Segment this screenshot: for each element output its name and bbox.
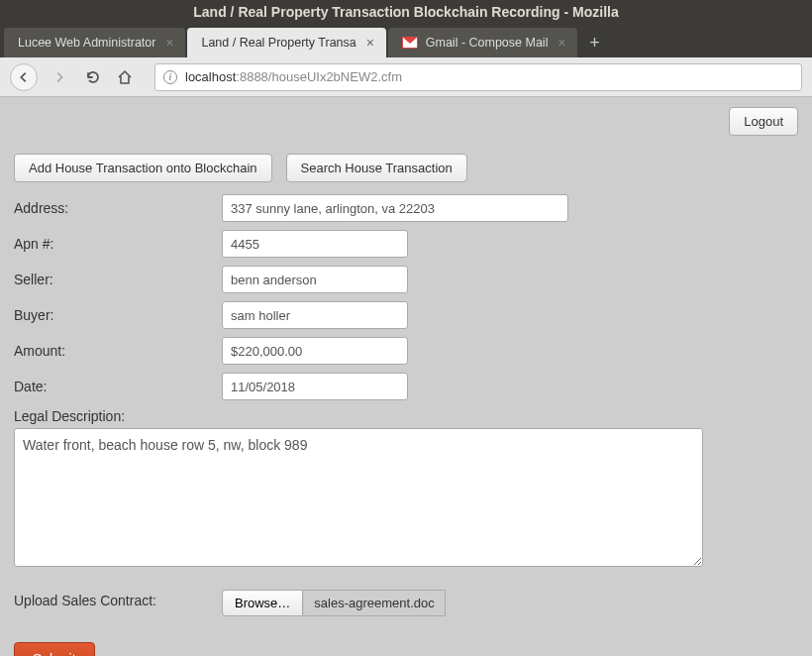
tab-label: Lucee Web Administrator — [18, 36, 155, 50]
submit-button[interactable]: Submit — [14, 642, 95, 656]
info-icon[interactable]: i — [163, 70, 177, 84]
selected-file-name: sales-agreement.doc — [303, 590, 445, 616]
seller-label: Seller: — [14, 272, 222, 287]
amount-input[interactable] — [222, 337, 408, 365]
reload-button[interactable] — [81, 65, 105, 89]
close-icon[interactable]: × — [554, 35, 569, 51]
window-titlebar: Land / Real Property Transaction Blockch… — [0, 0, 812, 24]
url-port: :8888 — [236, 69, 268, 84]
gmail-icon — [402, 35, 418, 51]
logout-button[interactable]: Logout — [729, 107, 798, 136]
tab-land-property[interactable]: Land / Real Property Transa × — [187, 28, 385, 57]
apn-label: Apn #: — [14, 236, 222, 252]
buyer-label: Buyer: — [14, 307, 222, 323]
amount-label: Amount: — [14, 343, 222, 359]
home-button[interactable] — [113, 65, 137, 89]
legal-description-textarea[interactable] — [14, 428, 703, 567]
arrow-left-icon — [17, 70, 31, 84]
close-icon[interactable]: × — [161, 35, 177, 51]
reload-icon — [85, 69, 101, 85]
date-input[interactable] — [222, 373, 408, 400]
window-title: Land / Real Property Transaction Blockch… — [193, 4, 618, 20]
forward-button[interactable] — [46, 63, 73, 91]
add-transaction-button[interactable]: Add House Transaction onto Blockchain — [14, 154, 272, 182]
url-path: /houseUIx2bNEW2.cfm — [268, 69, 402, 84]
page-content: Logout Add House Transaction onto Blockc… — [0, 97, 812, 656]
close-icon[interactable]: × — [362, 35, 378, 51]
date-label: Date: — [14, 379, 222, 394]
arrow-right-icon — [52, 70, 66, 84]
buyer-input[interactable] — [222, 301, 408, 329]
address-input[interactable] — [222, 194, 568, 222]
back-button[interactable] — [10, 63, 38, 91]
search-transaction-button[interactable]: Search House Transaction — [286, 154, 467, 182]
tab-label: Land / Real Property Transa — [201, 36, 355, 50]
seller-input[interactable] — [222, 266, 408, 293]
browser-tabbar: Lucee Web Administrator × Land / Real Pr… — [0, 24, 812, 57]
apn-input[interactable] — [222, 230, 408, 258]
tab-gmail[interactable]: Gmail - Compose Mail × — [388, 28, 578, 57]
browser-navbar: i localhost:8888/houseUIx2bNEW2.cfm — [0, 57, 812, 97]
browse-button[interactable]: Browse… — [222, 590, 303, 616]
tab-lucee-web-admin[interactable]: Lucee Web Administrator × — [4, 28, 185, 57]
url-bar[interactable]: i localhost:8888/houseUIx2bNEW2.cfm — [154, 63, 802, 91]
new-tab-button[interactable]: + — [579, 28, 609, 57]
tab-label: Gmail - Compose Mail — [426, 36, 549, 50]
upload-contract-label: Upload Sales Contract: — [14, 593, 222, 608]
url-host: localhost — [185, 69, 236, 84]
home-icon — [117, 69, 133, 85]
legal-description-label: Legal Description: — [14, 408, 222, 424]
address-label: Address: — [14, 200, 222, 216]
